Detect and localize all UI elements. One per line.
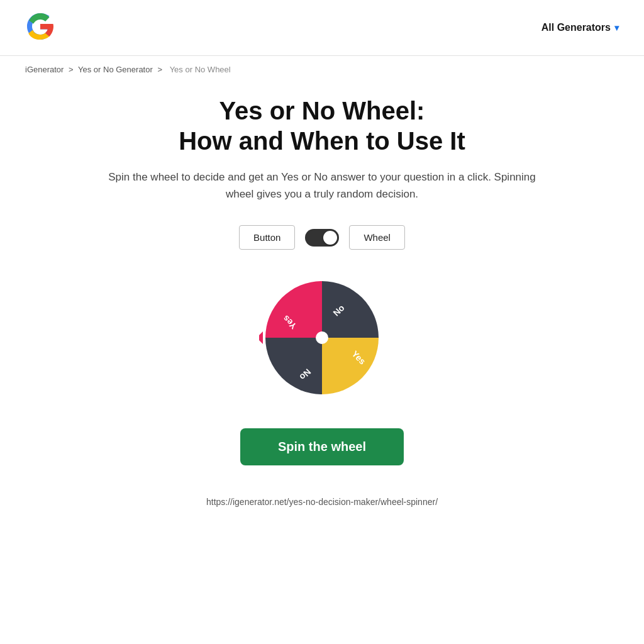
all-generators-button[interactable]: All Generators ▾	[541, 22, 619, 33]
breadcrumb-item-yes-no-generator[interactable]: Yes or No Generator	[78, 65, 153, 74]
breadcrumb-separator-2: >	[157, 65, 162, 74]
all-generators-label: All Generators	[541, 22, 611, 33]
main-content: Yes or No Wheel: How and When to Use It …	[0, 83, 644, 532]
breadcrumb-separator: >	[69, 65, 74, 74]
wheel-container: NoYesNoYes	[259, 275, 385, 403]
toggle-knob	[323, 231, 337, 245]
breadcrumb-item-igenerator[interactable]: iGenerator	[25, 65, 64, 74]
chevron-down-icon: ▾	[614, 23, 619, 33]
mode-wheel-btn[interactable]: Wheel	[349, 225, 405, 250]
logo	[25, 11, 55, 44]
svg-point-1	[316, 331, 328, 344]
spinner-wheel[interactable]: NoYesNoYes	[259, 275, 385, 401]
page-title: Yes or No Wheel: How and When to Use It	[179, 96, 465, 156]
toggle-switch[interactable]	[305, 229, 339, 247]
mode-button-btn[interactable]: Button	[239, 225, 295, 250]
svg-marker-0	[259, 331, 263, 344]
breadcrumb-item-current: Yes or No Wheel	[170, 65, 231, 74]
breadcrumb: iGenerator > Yes or No Generator > Yes o…	[0, 56, 644, 83]
spin-button[interactable]: Spin the wheel	[240, 428, 404, 465]
footer-url: https://igenerator.net/yes-no-decision-m…	[206, 497, 438, 507]
mode-toggle-row: Button Wheel	[239, 225, 405, 250]
header: All Generators ▾	[0, 0, 644, 56]
page-description: Spin the wheel to decide and get an Yes …	[108, 169, 536, 203]
